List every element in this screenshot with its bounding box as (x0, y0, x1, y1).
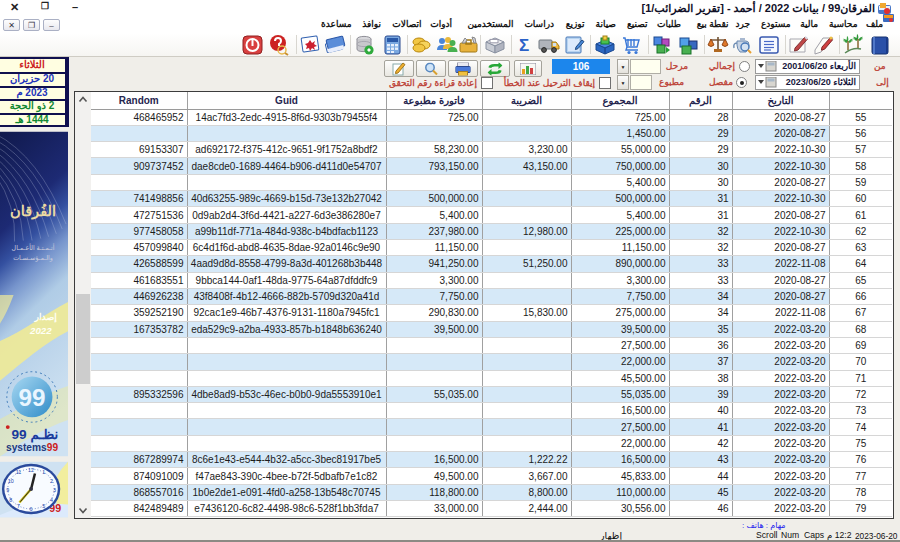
svg-text:7: 7 (17, 503, 20, 509)
svg-text:2: 2 (50, 478, 53, 484)
svg-text:4: 4 (50, 497, 53, 503)
svg-text:5: 5 (42, 503, 45, 509)
svg-text:11: 11 (16, 469, 22, 475)
svg-text:2022: 2022 (29, 325, 52, 336)
svg-text:1: 1 (42, 469, 45, 475)
svg-text:أتـمـتـة الأعـمـال: أتـمـتـة الأعـمـال (12, 243, 55, 251)
svg-text:والـمـؤسـسـات: والـمـؤسـسـات (13, 254, 53, 262)
svg-text:Σ: Σ (519, 36, 529, 55)
svg-text:systems99: systems99 (6, 442, 58, 453)
svg-text:الفُرقان: الفُرقان (10, 203, 56, 220)
svg-text:إصدار: إصدار (34, 312, 58, 323)
svg-text:99: 99 (19, 384, 46, 411)
svg-text:نظـم 99: نظـم 99 (12, 427, 59, 443)
